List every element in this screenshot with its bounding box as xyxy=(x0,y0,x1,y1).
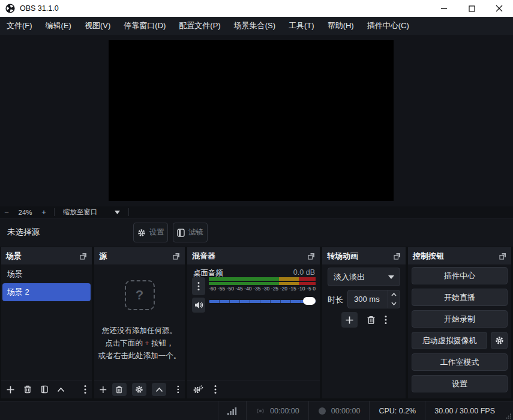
resize-grip[interactable] xyxy=(506,413,511,419)
source-filters-label: 滤镜 xyxy=(188,227,203,238)
maximize-icon[interactable] xyxy=(458,0,485,17)
scene-item[interactable]: 场景 xyxy=(1,265,92,283)
add-transition-button[interactable] xyxy=(341,312,358,328)
transitions-dock-title: 转场动画 xyxy=(327,251,394,262)
volume-slider-handle[interactable] xyxy=(303,297,316,305)
popout-dock-icon[interactable] xyxy=(173,253,180,260)
move-scene-up-icon[interactable] xyxy=(57,387,65,392)
tick: -5 xyxy=(307,286,311,292)
move-source-up-button[interactable] xyxy=(152,383,166,396)
start-streaming-button[interactable]: 开始直播 xyxy=(412,289,508,306)
scenes-dock-header[interactable]: 场景 xyxy=(1,247,92,265)
minimize-icon[interactable] xyxy=(430,0,458,17)
menu-tools[interactable]: 工具(T) xyxy=(282,17,321,35)
settings-button[interactable]: 设置 xyxy=(412,375,508,392)
transitions-actions xyxy=(322,311,406,329)
zoombar-divider-2 xyxy=(128,208,129,216)
volume-slider-track[interactable] xyxy=(209,300,316,303)
tick: -55 xyxy=(218,286,225,292)
scene-list: 场景 场景 2 xyxy=(1,265,92,380)
menu-help[interactable]: 帮助(H) xyxy=(321,17,361,35)
duration-spinbox[interactable]: 300 ms xyxy=(347,290,400,308)
menu-file[interactable]: 文件(F) xyxy=(0,17,39,35)
gear-icon xyxy=(495,336,504,345)
spin-down-icon[interactable] xyxy=(388,299,400,308)
channel-options-button[interactable] xyxy=(192,277,205,295)
speaker-icon xyxy=(194,301,203,309)
popout-dock-icon[interactable] xyxy=(308,253,315,260)
transition-selected-value: 淡入淡出 xyxy=(334,272,388,283)
source-properties-label: 设置 xyxy=(149,227,164,238)
obs-logo-icon xyxy=(5,4,15,13)
tick: -20 xyxy=(280,286,287,292)
remove-transition-icon[interactable] xyxy=(367,316,376,325)
transition-select[interactable]: 淡入淡出 xyxy=(328,268,400,286)
transitions-dock-header[interactable]: 转场动画 xyxy=(322,247,406,265)
popout-dock-icon[interactable] xyxy=(394,253,401,260)
add-source-icon[interactable] xyxy=(100,386,107,394)
question-mark-glyph: ? xyxy=(136,287,143,303)
start-recording-button[interactable]: 开始录制 xyxy=(412,310,508,328)
popout-dock-icon[interactable] xyxy=(80,253,87,260)
tick: -45 xyxy=(235,286,242,292)
source-list-empty[interactable]: ? 您还没有添加任何源。 点击下面的 + 按钮， 或者右击此处添加一个。 xyxy=(94,265,185,380)
volume-slider[interactable] xyxy=(209,296,316,306)
zoom-in-button[interactable]: + xyxy=(37,208,50,217)
transitions-more-icon[interactable] xyxy=(385,315,387,325)
duration-value: 300 ms xyxy=(348,290,388,308)
virtual-camera-config-button[interactable] xyxy=(491,332,508,349)
scenes-dock-title: 场景 xyxy=(6,251,80,262)
filter-icon xyxy=(177,229,185,237)
zoom-out-button[interactable]: − xyxy=(0,208,13,217)
scene-filters-icon[interactable] xyxy=(41,385,48,394)
controls-body: 插件中心 开始直播 开始录制 启动虚拟摄像机 工作室模式 设置 xyxy=(408,265,511,398)
plus-icon xyxy=(346,316,353,324)
zoom-level: 24% xyxy=(13,209,37,216)
scene-item-selected[interactable]: 场景 2 xyxy=(2,283,91,301)
menu-edit[interactable]: 编辑(E) xyxy=(39,17,78,35)
window-title: OBS 31.1.0 xyxy=(20,4,59,13)
tick: -60 xyxy=(209,286,216,292)
start-virtual-camera-button[interactable]: 启动虚拟摄像机 xyxy=(412,332,487,349)
question-mark-icon: ? xyxy=(125,280,155,310)
source-filters-button[interactable]: 滤镜 xyxy=(173,223,208,242)
volume-meter-bar-right xyxy=(209,282,316,285)
source-properties-button[interactable]: 设置 xyxy=(133,223,168,242)
plugin-center-button[interactable]: 插件中心 xyxy=(412,267,508,284)
menu-docks[interactable]: 停靠窗口(D) xyxy=(117,17,172,35)
add-scene-icon[interactable] xyxy=(7,386,14,394)
mixer-more-icon[interactable] xyxy=(214,385,217,394)
empty-hint-line-2: 点击下面的 + 按钮， xyxy=(105,337,173,350)
zoom-fit-dropdown[interactable]: 缩放至窗口 xyxy=(58,208,125,217)
scenes-more-icon[interactable] xyxy=(84,385,86,394)
popout-dock-icon[interactable] xyxy=(499,253,506,260)
spin-up-icon[interactable] xyxy=(388,290,400,299)
menu-view[interactable]: 视图(V) xyxy=(78,17,117,35)
sources-more-icon[interactable] xyxy=(177,385,179,394)
cpu-usage: CPU: 0.2% xyxy=(369,401,425,420)
controls-dock-header[interactable]: 控制按钮 xyxy=(408,247,511,265)
menu-profile[interactable]: 配置文件(P) xyxy=(172,17,227,35)
trash-icon xyxy=(115,386,123,394)
mixer-dock-header[interactable]: 混音器 xyxy=(187,247,320,265)
empty-hint-line-2-suffix: 按钮， xyxy=(149,339,174,347)
remove-scene-icon[interactable] xyxy=(23,385,32,394)
tick: -40 xyxy=(244,286,251,292)
scenes-toolbar xyxy=(1,380,92,398)
source-properties-toolbar-button[interactable] xyxy=(132,383,146,396)
program-canvas[interactable] xyxy=(109,40,394,201)
stream-time: 00:00:00 xyxy=(270,407,299,415)
record-timer: 00:00:00 xyxy=(308,401,370,420)
window-controls xyxy=(430,0,513,17)
preview-area[interactable] xyxy=(0,35,513,206)
obs-window: OBS 31.1.0 文件(F) 编辑(E) 视图(V) 停靠窗口(D) 配置文… xyxy=(0,0,513,420)
studio-mode-button[interactable]: 工作室模式 xyxy=(412,353,508,371)
remove-source-button[interactable] xyxy=(112,383,127,396)
advanced-audio-gears-icon[interactable] xyxy=(193,385,203,394)
menu-plugin-center[interactable]: 插件中心(C) xyxy=(361,17,416,35)
mute-button[interactable] xyxy=(192,298,205,313)
menu-scene-collection[interactable]: 场景集合(S) xyxy=(227,17,282,35)
close-icon[interactable] xyxy=(485,0,513,17)
connection-quality xyxy=(218,401,246,420)
sources-dock-header[interactable]: 源 xyxy=(94,247,185,265)
